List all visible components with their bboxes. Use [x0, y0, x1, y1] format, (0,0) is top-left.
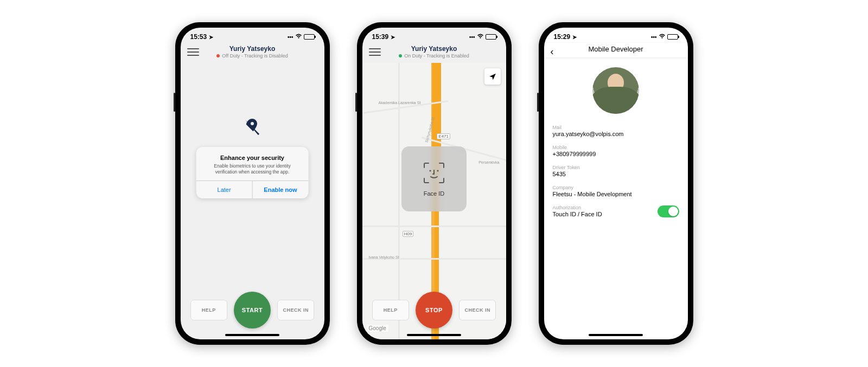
- nav-title: Yuriy Yatseyko: [187, 45, 318, 53]
- start-button[interactable]: START: [234, 292, 271, 329]
- help-button[interactable]: HELP: [372, 300, 409, 320]
- route-marker: E471: [437, 133, 450, 139]
- nav-subtitle: On Duty - Tracking is Enabled: [369, 53, 500, 59]
- status-dot-on: [399, 54, 402, 57]
- authorization-toggle[interactable]: [658, 205, 679, 217]
- status-time: 15:29: [554, 33, 571, 41]
- enable-now-button[interactable]: Enable now: [253, 181, 309, 198]
- screen-1: 15:53 ➤ ••• Yuriy Yatseyko Off Duty - Tr…: [181, 28, 324, 339]
- phone-mockup-2: 15:39 ➤ ••• Yuriy Yatseyko On Duty - Tra…: [357, 22, 512, 345]
- field-mobile: Mobile +380979999999: [544, 141, 688, 162]
- nav-header: ‹ Mobile Developer: [544, 43, 688, 57]
- signal-icon: •••: [469, 34, 475, 40]
- menu-button[interactable]: [369, 46, 381, 58]
- faceid-label: Face ID: [424, 190, 445, 197]
- status-bar: 15:53 ➤ •••: [181, 28, 324, 43]
- menu-button[interactable]: [187, 46, 199, 58]
- nav-title: Yuriy Yatseyko: [369, 45, 500, 53]
- svg-point-1: [430, 170, 431, 172]
- signal-icon: •••: [651, 34, 657, 40]
- bottom-actions: HELP START CHECK IN: [181, 292, 324, 329]
- help-button[interactable]: HELP: [190, 300, 227, 320]
- alert-message: Enable biometrics to use your identity v…: [203, 163, 302, 175]
- bottom-actions: HELP STOP CHECK IN: [362, 292, 506, 329]
- home-indicator: [225, 334, 279, 336]
- status-time: 15:39: [372, 33, 389, 41]
- back-button[interactable]: ‹: [551, 46, 554, 57]
- location-arrow-icon: ➤: [209, 34, 213, 40]
- battery-icon: [304, 34, 315, 40]
- field-token: Driver Token 5435: [544, 162, 688, 182]
- home-indicator: [589, 334, 643, 336]
- wifi-icon: [477, 34, 484, 40]
- nav-header: Yuriy Yatseyko Off Duty - Tracking is Di…: [181, 43, 324, 62]
- field-authorization: Authorization Touch ID / Face ID: [544, 202, 688, 222]
- field-mail: Mail yura.yatseyko@volpis.com: [544, 121, 688, 141]
- status-bar: 15:39 ➤ •••: [362, 28, 506, 43]
- later-button[interactable]: Later: [196, 181, 253, 198]
- svg-point-2: [437, 170, 439, 172]
- screen-3: 15:29 ➤ ••• ‹ Mobile Developer Mail yura…: [544, 28, 688, 339]
- nav-header: Yuriy Yatseyko On Duty - Tracking is Ena…: [362, 43, 506, 62]
- status-time: 15:53: [190, 33, 207, 41]
- wifi-icon: [659, 34, 666, 40]
- svg-point-0: [251, 122, 254, 125]
- map-street: [362, 226, 506, 227]
- map-body[interactable]: Akademika Lazarenka St Persenkivka Ivana…: [362, 63, 506, 339]
- status-icons: •••: [651, 34, 678, 40]
- location-off-icon: [242, 117, 262, 139]
- security-alert: Enhance your security Enable biometrics …: [196, 147, 309, 198]
- battery-icon: [667, 34, 678, 40]
- home-indicator: [407, 334, 461, 336]
- signal-icon: •••: [288, 34, 293, 40]
- phone-mockup-3: 15:29 ➤ ••• ‹ Mobile Developer Mail yura…: [539, 22, 693, 345]
- phone-mockup-1: 15:53 ➤ ••• Yuriy Yatseyko Off Duty - Tr…: [175, 22, 330, 345]
- field-company: Company Fleetsu - Mobile Development: [544, 182, 688, 202]
- street-label: Persenkivka: [478, 160, 499, 164]
- checkin-button[interactable]: CHECK IN: [459, 300, 496, 320]
- faceid-prompt: Face ID: [401, 146, 467, 211]
- screen-2: 15:39 ➤ ••• Yuriy Yatseyko On Duty - Tra…: [362, 28, 506, 339]
- status-dot-off: [216, 54, 220, 57]
- checkin-button[interactable]: CHECK IN: [277, 300, 314, 320]
- nav-title: Mobile Developer: [551, 45, 681, 53]
- status-icons: •••: [469, 34, 496, 40]
- faceid-icon: [422, 161, 446, 185]
- avatar: [592, 67, 639, 114]
- street-label: Ivana Velykoho St: [369, 255, 399, 259]
- status-icons: •••: [288, 34, 315, 40]
- recenter-button[interactable]: [484, 68, 501, 85]
- alert-title: Enhance your security: [203, 154, 302, 161]
- location-arrow-icon: ➤: [391, 34, 395, 40]
- stop-button[interactable]: STOP: [416, 292, 452, 329]
- nav-subtitle: Off Duty - Tracking is Disabled: [187, 53, 318, 59]
- street-label: Akademika Lazarenka St: [379, 101, 421, 105]
- battery-icon: [486, 34, 496, 40]
- wifi-icon: [295, 34, 302, 40]
- main-body: Enhance your security Enable biometrics …: [181, 63, 324, 339]
- location-arrow-icon: ➤: [572, 34, 577, 40]
- route-marker: H09: [403, 231, 414, 237]
- status-bar: 15:29 ➤ •••: [544, 28, 688, 43]
